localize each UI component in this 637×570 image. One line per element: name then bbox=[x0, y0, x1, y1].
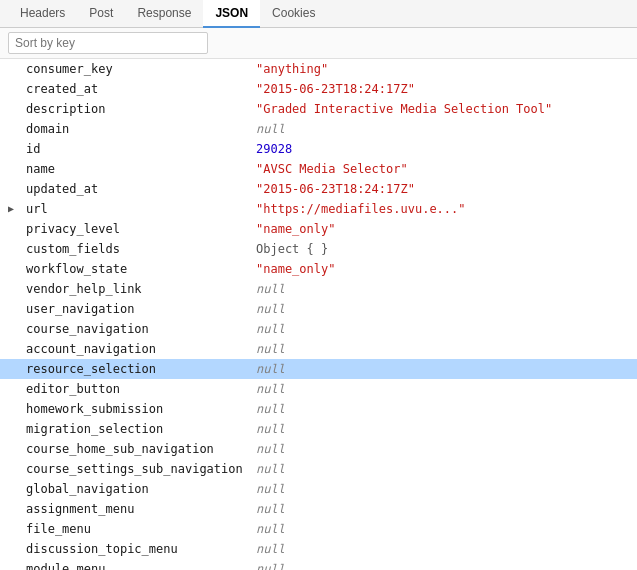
tab-json[interactable]: JSON bbox=[203, 0, 260, 28]
json-value: null bbox=[256, 400, 629, 418]
table-row: discussion_topic_menunull bbox=[0, 539, 637, 559]
table-row: user_navigationnull bbox=[0, 299, 637, 319]
json-value: null bbox=[256, 560, 629, 570]
table-row: migration_selectionnull bbox=[0, 419, 637, 439]
table-row: custom_fieldsObject { } bbox=[0, 239, 637, 259]
table-row: editor_buttonnull bbox=[0, 379, 637, 399]
json-key: description bbox=[26, 100, 256, 118]
json-value: null bbox=[256, 500, 629, 518]
tab-cookies[interactable]: Cookies bbox=[260, 0, 327, 28]
json-key: course_navigation bbox=[26, 320, 256, 338]
table-row: assignment_menunull bbox=[0, 499, 637, 519]
json-value: null bbox=[256, 380, 629, 398]
json-value: null bbox=[256, 440, 629, 458]
table-row: global_navigationnull bbox=[0, 479, 637, 499]
json-key: resource_selection bbox=[26, 360, 256, 378]
tab-response[interactable]: Response bbox=[125, 0, 203, 28]
app-container: HeadersPostResponseJSONCookies consumer_… bbox=[0, 0, 637, 570]
json-key: vendor_help_link bbox=[26, 280, 256, 298]
table-row: resource_selectionnull bbox=[0, 359, 637, 379]
table-row: description"Graded Interactive Media Sel… bbox=[0, 99, 637, 119]
json-key: discussion_topic_menu bbox=[26, 540, 256, 558]
table-row: homework_submissionnull bbox=[0, 399, 637, 419]
table-row: course_home_sub_navigationnull bbox=[0, 439, 637, 459]
table-row: vendor_help_linknull bbox=[0, 279, 637, 299]
search-input[interactable] bbox=[8, 32, 208, 54]
table-row: created_at"2015-06-23T18:24:17Z" bbox=[0, 79, 637, 99]
json-key: homework_submission bbox=[26, 400, 256, 418]
table-row: account_navigationnull bbox=[0, 339, 637, 359]
json-value: "AVSC Media Selector" bbox=[256, 160, 629, 178]
json-value: null bbox=[256, 420, 629, 438]
json-key: url bbox=[26, 200, 256, 218]
tab-headers[interactable]: Headers bbox=[8, 0, 77, 28]
table-row: consumer_key"anything" bbox=[0, 59, 637, 79]
json-value: "2015-06-23T18:24:17Z" bbox=[256, 80, 629, 98]
json-key: migration_selection bbox=[26, 420, 256, 438]
tab-bar: HeadersPostResponseJSONCookies bbox=[0, 0, 637, 28]
json-key: account_navigation bbox=[26, 340, 256, 358]
tab-post[interactable]: Post bbox=[77, 0, 125, 28]
json-value: null bbox=[256, 120, 629, 138]
table-row: file_menunull bbox=[0, 519, 637, 539]
json-value: "name_only" bbox=[256, 260, 629, 278]
json-content: consumer_key"anything"created_at"2015-06… bbox=[0, 59, 637, 570]
json-key: module_menu bbox=[26, 560, 256, 570]
table-row: id29028 bbox=[0, 139, 637, 159]
table-row: course_settings_sub_navigationnull bbox=[0, 459, 637, 479]
json-value: 29028 bbox=[256, 140, 629, 158]
json-value: null bbox=[256, 280, 629, 298]
json-value: null bbox=[256, 300, 629, 318]
table-row: privacy_level"name_only" bbox=[0, 219, 637, 239]
json-key: course_home_sub_navigation bbox=[26, 440, 256, 458]
json-key: user_navigation bbox=[26, 300, 256, 318]
json-key: file_menu bbox=[26, 520, 256, 538]
json-value: Object { } bbox=[256, 240, 629, 258]
json-value: "Graded Interactive Media Selection Tool… bbox=[256, 100, 629, 118]
table-row: name"AVSC Media Selector" bbox=[0, 159, 637, 179]
json-key: created_at bbox=[26, 80, 256, 98]
json-key: id bbox=[26, 140, 256, 158]
table-row: workflow_state"name_only" bbox=[0, 259, 637, 279]
table-row: domainnull bbox=[0, 119, 637, 139]
table-row: module_menunull bbox=[0, 559, 637, 570]
search-bar bbox=[0, 28, 637, 59]
json-key: custom_fields bbox=[26, 240, 256, 258]
json-key: privacy_level bbox=[26, 220, 256, 238]
json-value: null bbox=[256, 340, 629, 358]
table-row: course_navigationnull bbox=[0, 319, 637, 339]
json-value: null bbox=[256, 320, 629, 338]
json-key: assignment_menu bbox=[26, 500, 256, 518]
json-key: consumer_key bbox=[26, 60, 256, 78]
json-value: null bbox=[256, 520, 629, 538]
json-key: global_navigation bbox=[26, 480, 256, 498]
json-value: null bbox=[256, 360, 629, 378]
json-value: null bbox=[256, 480, 629, 498]
json-key: course_settings_sub_navigation bbox=[26, 460, 256, 478]
json-key: workflow_state bbox=[26, 260, 256, 278]
json-key: updated_at bbox=[26, 180, 256, 198]
json-key: editor_button bbox=[26, 380, 256, 398]
json-value: "name_only" bbox=[256, 220, 629, 238]
json-value: null bbox=[256, 460, 629, 478]
arrow-icon[interactable]: ▶ bbox=[8, 200, 26, 218]
table-row: updated_at"2015-06-23T18:24:17Z" bbox=[0, 179, 637, 199]
json-value: null bbox=[256, 540, 629, 558]
json-value: "anything" bbox=[256, 60, 629, 78]
json-value: "2015-06-23T18:24:17Z" bbox=[256, 180, 629, 198]
json-key: domain bbox=[26, 120, 256, 138]
json-value: "https://mediafiles.uvu.e..." bbox=[256, 200, 629, 218]
json-key: name bbox=[26, 160, 256, 178]
table-row: ▶url"https://mediafiles.uvu.e..." bbox=[0, 199, 637, 219]
